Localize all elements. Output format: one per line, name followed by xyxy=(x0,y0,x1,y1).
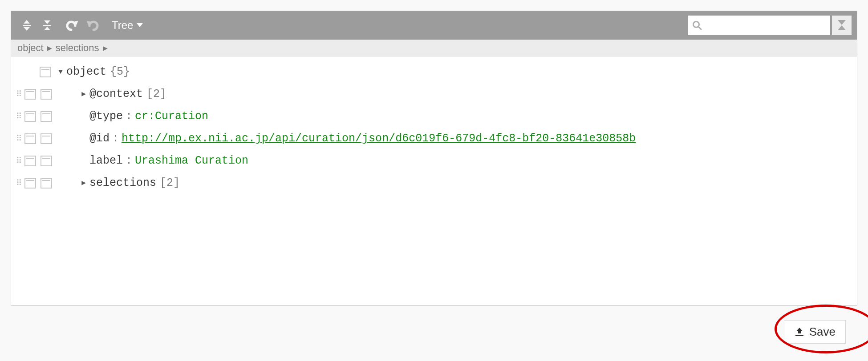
drag-handle-icon[interactable]: ⠿ xyxy=(14,172,24,194)
tree-body: ▼ object {5} ⠿ ▶ @context [2] ⠿ @type : … xyxy=(11,56,857,305)
node-value-link[interactable]: http://mp.ex.nii.ac.jp/api/curation/json… xyxy=(122,128,636,150)
node-key: label xyxy=(89,150,123,172)
node-key: object xyxy=(66,61,106,83)
row-menu-button[interactable] xyxy=(24,178,36,189)
row-menu-button[interactable] xyxy=(40,67,51,77)
svg-marker-12 xyxy=(838,25,846,30)
svg-line-10 xyxy=(698,27,701,29)
toolbar: Tree xyxy=(11,11,857,40)
caret-down-icon[interactable]: ▼ xyxy=(55,61,66,83)
search-nav-buttons[interactable] xyxy=(832,16,852,35)
drag-handle-icon[interactable]: ⠿ xyxy=(14,105,24,128)
collapse-all-button[interactable] xyxy=(37,15,57,36)
tree-row[interactable]: ⠿ @id : http://mp.ex.nii.ac.jp/api/curat… xyxy=(14,128,854,150)
drag-handle-icon[interactable]: ⠿ xyxy=(14,150,24,172)
svg-marker-3 xyxy=(44,20,50,24)
row-menu-button[interactable] xyxy=(41,178,52,189)
svg-marker-13 xyxy=(796,328,803,333)
save-button[interactable]: Save xyxy=(784,320,846,344)
row-menu-button[interactable] xyxy=(24,89,36,100)
undo-button[interactable] xyxy=(62,15,82,36)
redo-button xyxy=(82,15,103,36)
svg-rect-1 xyxy=(23,25,31,26)
row-menu-button[interactable] xyxy=(24,111,36,122)
undo-icon xyxy=(65,19,79,32)
row-menu-button[interactable] xyxy=(41,156,52,166)
svg-marker-0 xyxy=(24,20,30,24)
tree-row[interactable]: ⠿ @type : cr:Curation xyxy=(14,105,854,128)
svg-marker-8 xyxy=(137,23,143,27)
search-box xyxy=(688,16,830,35)
tree-row[interactable]: ⠿ ▶ selections [2] xyxy=(14,172,854,194)
breadcrumb: object ▶ selections ▶ xyxy=(11,40,857,56)
row-menu-button[interactable] xyxy=(41,133,52,144)
upload-icon xyxy=(794,327,805,337)
search-icon xyxy=(692,20,702,30)
svg-rect-4 xyxy=(43,25,51,26)
triangle-up-icon xyxy=(838,25,846,31)
svg-marker-2 xyxy=(24,27,30,31)
triangle-down-icon xyxy=(838,20,846,25)
expand-all-button[interactable] xyxy=(16,15,37,36)
search-input[interactable] xyxy=(706,20,826,31)
breadcrumb-item[interactable]: selections xyxy=(56,42,99,54)
tree-row[interactable]: ⠿ label : Urashima Curation xyxy=(14,150,854,172)
node-value: Urashima Curation xyxy=(135,150,248,172)
view-mode-select[interactable]: Tree xyxy=(112,19,143,32)
redo-icon xyxy=(86,19,99,32)
svg-marker-11 xyxy=(838,20,846,25)
node-key: @type xyxy=(89,105,123,128)
node-key: selections xyxy=(89,172,156,194)
drag-handle-icon[interactable]: ⠿ xyxy=(14,128,24,150)
svg-rect-14 xyxy=(795,335,803,336)
collapse-all-icon xyxy=(41,20,53,31)
view-mode-label: Tree xyxy=(112,19,133,32)
node-count: {5} xyxy=(110,61,130,83)
breadcrumb-separator-icon: ▶ xyxy=(103,44,108,52)
row-menu-button[interactable] xyxy=(24,133,36,144)
node-count: [2] xyxy=(146,83,166,105)
tree-row[interactable]: ⠿ ▶ @context [2] xyxy=(14,83,854,105)
row-menu-button[interactable] xyxy=(41,89,52,100)
chevron-down-icon xyxy=(137,23,143,28)
json-editor-frame: Tree object ▶ selections ▶ xyxy=(11,11,857,306)
save-button-label: Save xyxy=(809,325,836,339)
row-menu-button[interactable] xyxy=(41,111,52,122)
node-key: @context xyxy=(89,83,143,105)
tree-row-root[interactable]: ▼ object {5} xyxy=(14,61,854,83)
breadcrumb-separator-icon: ▶ xyxy=(47,44,52,52)
node-value: cr:Curation xyxy=(135,105,208,128)
drag-handle-icon[interactable]: ⠿ xyxy=(14,83,24,105)
expand-all-icon xyxy=(21,20,32,31)
breadcrumb-item[interactable]: object xyxy=(17,42,44,54)
node-count: [2] xyxy=(160,172,180,194)
caret-right-icon[interactable]: ▶ xyxy=(78,172,89,194)
caret-right-icon[interactable]: ▶ xyxy=(78,83,89,105)
row-menu-button[interactable] xyxy=(24,156,36,166)
node-key: @id xyxy=(89,128,110,150)
svg-marker-5 xyxy=(44,27,50,30)
